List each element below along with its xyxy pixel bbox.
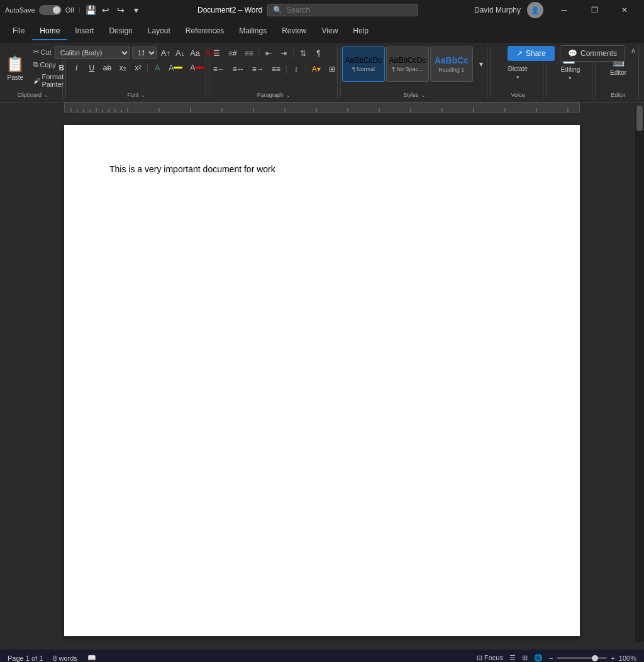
sep4 [490, 48, 491, 97]
bold-button[interactable]: B [55, 61, 69, 75]
increase-font-button[interactable]: A↑ [159, 48, 172, 58]
text-highlight-button[interactable]: A [165, 61, 186, 75]
highlight-icon: A [169, 63, 174, 72]
search-input[interactable] [286, 6, 413, 14]
comments-icon: 💬 [568, 49, 577, 58]
show-hide-button[interactable]: ¶ [311, 47, 325, 60]
tab-review[interactable]: Review [274, 23, 314, 40]
focus-button[interactable]: ⊡ Focus [477, 654, 503, 662]
para-row2: ≡← ≡↔ ≡→ ≡≡ ↕ A▾ ⊞ [210, 62, 339, 76]
editing-dropdown: ▾ [569, 75, 572, 81]
style-normal[interactable]: AaBbCcDc ¶ Normal [342, 47, 385, 82]
ribbon-group-font: Calibri (Body) 11 A↑ A↓ Aa A✕ B I U [68, 45, 206, 99]
italic-button[interactable]: I [70, 61, 84, 75]
zoom-slider[interactable] [557, 657, 607, 659]
tab-references[interactable]: References [178, 23, 231, 40]
sort-button[interactable]: ⇅ [296, 47, 310, 60]
restore-button[interactable]: ❐ [580, 0, 609, 20]
tab-layout[interactable]: Layout [140, 23, 178, 40]
font-expand-icon[interactable]: ⌄ [140, 92, 147, 98]
share-button[interactable]: ↗ Share [508, 46, 555, 61]
minimize-button[interactable]: ─ [550, 0, 579, 20]
strikethrough-button[interactable]: ab [100, 61, 114, 75]
more-icon[interactable]: ▾ [130, 4, 142, 16]
underline-button[interactable]: U [85, 61, 99, 75]
justify-button[interactable]: ≡≡ [269, 62, 284, 76]
document-text[interactable]: This is a very important document for wo… [109, 163, 535, 176]
bullets-button[interactable]: ☰ [210, 47, 224, 60]
tab-file[interactable]: File [5, 23, 32, 40]
avatar: 👤 [527, 2, 543, 18]
comments-button[interactable]: 💬 Comments [560, 45, 625, 62]
superscript-button[interactable]: x² [131, 61, 145, 75]
font-tools: Calibri (Body) 11 A↑ A↓ Aa A✕ B I U [55, 47, 219, 84]
tab-insert[interactable]: Insert [67, 23, 101, 40]
text-effects-button[interactable]: A [150, 61, 164, 75]
case-button[interactable]: Aa [188, 48, 202, 58]
sep-para2 [293, 49, 294, 58]
format-row: B I U ab x₂ x² A A A [55, 61, 219, 75]
sep-para3 [286, 65, 287, 74]
multilevel-list-button[interactable]: ≡≡ [241, 47, 256, 60]
font-size-select[interactable]: 11 [132, 47, 157, 59]
page-count[interactable]: Page 1 of 1 [8, 654, 43, 662]
view-columns[interactable]: ⊞ [522, 654, 528, 662]
styles-more-button[interactable]: ▾ [474, 57, 488, 71]
zoom-thumb [592, 655, 598, 661]
font-color-button[interactable]: A [187, 61, 207, 75]
view-single-page[interactable]: ☰ [509, 654, 516, 662]
user-name: David Murphy [474, 6, 521, 14]
tab-mailings[interactable]: Mailings [231, 23, 274, 40]
numbered-list-button[interactable]: ≡# [225, 47, 240, 60]
align-left-button[interactable]: ≡← [210, 62, 228, 76]
document-page[interactable]: This is a very important document for wo… [64, 125, 580, 636]
proofing-icon[interactable]: 📖 [87, 654, 96, 662]
subscript-button[interactable]: x₂ [116, 61, 130, 75]
ribbon-collapse-button[interactable]: ∧ [628, 45, 639, 99]
shading-button[interactable]: A▾ [309, 62, 324, 76]
paste-icon: 📋 [6, 55, 25, 73]
font-name-select[interactable]: Calibri (Body) [55, 47, 130, 59]
tab-view[interactable]: View [314, 23, 346, 40]
undo-icon[interactable]: ↩ [100, 4, 111, 16]
styles-expand-icon[interactable]: ⌄ [420, 92, 427, 98]
para-expand-icon[interactable]: ⌄ [285, 92, 292, 98]
para-group-bottom: Paragraph ⌄ [212, 92, 337, 98]
save-icon[interactable]: 💾 [85, 4, 96, 16]
decrease-indent-button[interactable]: ⇤ [262, 47, 275, 60]
voice-group-bottom: Voice [493, 92, 543, 98]
align-center-button[interactable]: ≡↔ [230, 62, 248, 76]
style-heading1[interactable]: AaBbCc Heading 1 [430, 47, 473, 82]
word-count[interactable]: 8 words [53, 654, 77, 662]
increase-indent-button[interactable]: ⇥ [277, 47, 291, 60]
scrollbar-thumb[interactable] [636, 113, 643, 131]
title-bar-center: Document2 – Word 🔍 [145, 4, 470, 16]
zoom-out-button[interactable]: − [549, 654, 553, 662]
page-content[interactable]: This is a very important document for wo… [109, 163, 535, 176]
close-button[interactable]: ✕ [610, 0, 639, 20]
zoom-level[interactable]: 100% [619, 654, 636, 662]
borders-button[interactable]: ⊞ [325, 62, 339, 76]
document-area: This is a very important document for wo… [0, 113, 644, 649]
document-title: Document2 – Word [197, 6, 262, 14]
title-bar-left: AutoSave Off 💾 ↩ ↪ ▾ [5, 4, 142, 16]
redo-icon[interactable]: ↪ [115, 4, 126, 16]
clipboard-group-bottom: Clipboard ⌄ [5, 92, 62, 98]
decrease-font-button[interactable]: A↓ [174, 48, 187, 58]
paste-button[interactable]: 📋 Paste [1, 50, 30, 86]
cut-icon: ✂ [33, 48, 39, 56]
tab-help[interactable]: Help [345, 23, 376, 40]
line-spacing-button[interactable]: ↕ [289, 62, 303, 76]
tab-design[interactable]: Design [101, 23, 140, 40]
para-group-label: Paragraph [257, 92, 284, 98]
align-right-button[interactable]: ≡→ [249, 62, 267, 76]
clipboard-expand-icon[interactable]: ⌄ [43, 92, 50, 98]
tab-home[interactable]: Home [32, 23, 67, 40]
separator [79, 7, 80, 13]
view-web[interactable]: 🌐 [534, 654, 543, 662]
scrollbar-track[interactable] [635, 113, 644, 642]
search-bar[interactable]: 🔍 [267, 4, 418, 16]
style-no-spacing[interactable]: AaBbCcDc ¶ No Spac... [386, 47, 429, 82]
zoom-in-button[interactable]: + [611, 654, 614, 662]
autosave-toggle[interactable] [39, 5, 62, 15]
